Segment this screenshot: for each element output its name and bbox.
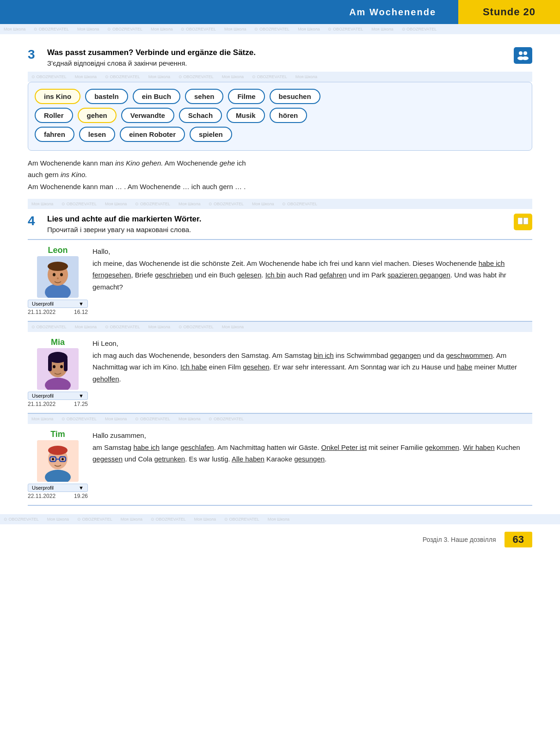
word-row-2: Roller gehen Verwandte Schach Musik höre… xyxy=(35,108,525,123)
word-einen-roboter[interactable]: einen Roboter xyxy=(120,127,185,142)
chat-left-tim: Tim xyxy=(28,430,92,499)
word-verwandte[interactable]: Verwandte xyxy=(121,108,174,123)
svg-point-12 xyxy=(60,273,63,276)
svg-point-0 xyxy=(519,51,523,55)
section3-number: 3 xyxy=(28,47,41,62)
svg-point-11 xyxy=(53,273,55,276)
svg-point-13 xyxy=(57,277,59,279)
chat-area: Leon xyxy=(28,239,532,506)
example-line-1: Am Wochenende kann man ins Kino gehen. A… xyxy=(28,157,532,169)
chat-avatar-mia xyxy=(37,348,79,390)
svg-point-29 xyxy=(52,458,54,461)
footer-text: Розділ 3. Наше дозвілля xyxy=(423,536,496,543)
word-roller[interactable]: Roller xyxy=(35,108,73,123)
word-gehen[interactable]: gehen xyxy=(78,108,117,123)
word-besuchen[interactable]: besuchen xyxy=(270,89,320,104)
word-sehen[interactable]: sehen xyxy=(185,89,223,104)
word-ein-buch[interactable]: ein Buch xyxy=(133,89,180,104)
example-italic-4: ins Kino. xyxy=(61,171,87,178)
word-musik[interactable]: Musik xyxy=(227,108,265,123)
watermark-bar-2: ⊙ OBOZREVATEL Моя Школа ⊙ OBOZREVATEL Мо… xyxy=(28,72,532,82)
chat-profile-label-tim: Userprofil xyxy=(32,485,54,491)
section4-number: 4 xyxy=(28,214,41,228)
example-sentences: Am Wochenende kann man ins Kino gehen. A… xyxy=(28,157,532,193)
svg-point-1 xyxy=(523,51,527,55)
section4-header: 4 Lies und achte auf die markierten Wört… xyxy=(28,214,532,234)
chat-entry-tim: Tim xyxy=(28,424,532,506)
svg-point-10 xyxy=(48,262,68,271)
header-topic: Am Wochenende xyxy=(349,7,436,18)
chat-text-tim: Hallo zusammen, am Samstag habe ich lang… xyxy=(92,430,532,499)
chat-avatar-leon xyxy=(37,256,79,298)
chat-date-value-tim: 22.11.2022 xyxy=(28,493,55,499)
section4-subtitle: Прочитай і зверни увагу на марковані сло… xyxy=(47,226,191,233)
watermark-bar-3: Моя Школа ⊙ OBOZREVATEL Моя Школа ⊙ OBOZ… xyxy=(28,199,532,209)
chat-entry-mia: Mia xyxy=(28,332,532,414)
word-basteln[interactable]: basteln xyxy=(85,89,128,104)
main-content: 3 Was passt zusammen? Verbinde und ergän… xyxy=(0,34,560,514)
header-blue: Am Wochenende xyxy=(0,0,458,24)
svg-point-3 xyxy=(522,56,529,60)
chat-profile-btn-leon[interactable]: Userprofil ▼ xyxy=(28,300,88,308)
watermark-bar-bottom: ⊙ OBOZREVATEL Моя Школа ⊙ OBOZREVATEL Мо… xyxy=(0,514,560,524)
chat-profile-icon-leon: ▼ xyxy=(79,301,84,307)
example-italic-1: ins Kino xyxy=(115,159,140,167)
word-filme[interactable]: Filme xyxy=(228,89,265,104)
svg-point-30 xyxy=(62,458,64,461)
section3-title: Was passt zusammen? Verbinde und ergänze… xyxy=(47,48,256,57)
watermark-bar-5: Моя Школа ⊙ OBOZREVATEL Моя Школа ⊙ OBOZ… xyxy=(28,414,532,424)
svg-rect-5 xyxy=(523,218,528,224)
example-line-2: auch gern ins Kino. xyxy=(28,169,532,181)
svg-point-20 xyxy=(53,365,55,368)
section4-icon xyxy=(514,214,532,230)
footer-page: 63 xyxy=(505,532,532,547)
section3-titles: Was passt zusammen? Verbinde und ergänze… xyxy=(47,47,256,68)
header-lesson: Stunde 20 xyxy=(483,6,535,18)
chat-date-tim: 22.11.2022 19.26 xyxy=(28,493,88,499)
chat-date-leon: 21.11.2022 16.12 xyxy=(28,309,88,315)
chat-entry-leon: Leon xyxy=(28,240,532,322)
chat-time-value-tim: 19.26 xyxy=(74,493,88,499)
svg-point-25 xyxy=(48,446,68,455)
svg-rect-18 xyxy=(48,357,52,371)
word-schach[interactable]: Schach xyxy=(179,108,222,123)
section4-title: Lies und achte auf die markierten Wörter… xyxy=(47,215,201,223)
svg-point-21 xyxy=(60,365,63,368)
word-fahren[interactable]: fahren xyxy=(35,127,74,142)
word-row-1: ins Kino basteln ein Buch sehen Filme be… xyxy=(35,89,525,104)
chat-profile-label-mia: Userprofil xyxy=(32,393,54,399)
chat-date-mia: 21.11.2022 17.25 xyxy=(28,401,88,407)
example-italic-2: gehen. xyxy=(142,159,163,167)
chat-text-leon: Hallo, ich meine, das Wochenende ist die… xyxy=(92,246,532,315)
chat-profile-btn-tim[interactable]: Userprofil ▼ xyxy=(28,484,88,492)
chat-left-mia: Mia xyxy=(28,338,92,407)
word-row-3: fahren lesen einen Roboter spielen xyxy=(35,127,525,142)
page-header: Am Wochenende Stunde 20 xyxy=(0,0,560,24)
chat-name-tim: Tim xyxy=(50,430,65,439)
section4-titles: Lies und achte auf die markierten Wörter… xyxy=(47,214,201,234)
chat-profile-icon-tim: ▼ xyxy=(79,485,84,491)
chat-date-value-leon: 21.11.2022 xyxy=(28,309,55,315)
word-ins-kino[interactable]: ins Kino xyxy=(35,89,80,104)
example-italic-3: gehe xyxy=(220,159,235,167)
svg-rect-4 xyxy=(518,218,523,224)
chat-left-leon: Leon xyxy=(28,246,92,315)
word-boxes-area: ins Kino basteln ein Buch sehen Filme be… xyxy=(28,82,532,151)
svg-rect-19 xyxy=(64,357,68,371)
chat-name-leon: Leon xyxy=(48,246,68,255)
chat-profile-btn-mia[interactable]: Userprofil ▼ xyxy=(28,392,88,400)
chat-time-value-mia: 17.25 xyxy=(74,401,88,407)
watermark-bar-4: ⊙ OBOZREVATEL Моя Школа ⊙ OBOZREVATEL Мо… xyxy=(28,322,532,332)
chat-time-value-leon: 16.12 xyxy=(74,309,88,315)
page-footer: Розділ 3. Наше дозвілля 63 xyxy=(0,524,560,551)
chat-date-value-mia: 21.11.2022 xyxy=(28,401,55,407)
chat-text-mia: Hi Leon, ich mag auch das Wochenende, be… xyxy=(92,338,532,407)
chat-name-mia: Mia xyxy=(51,338,65,347)
chat-profile-label-leon: Userprofil xyxy=(32,301,54,307)
word-spielen[interactable]: spielen xyxy=(190,127,232,142)
word-horen[interactable]: hören xyxy=(270,108,308,123)
word-lesen[interactable]: lesen xyxy=(79,127,115,142)
header-yellow: Stunde 20 xyxy=(458,0,560,24)
section3-header: 3 Was passt zusammen? Verbinde und ergän… xyxy=(28,47,532,68)
chat-avatar-tim xyxy=(37,440,79,482)
